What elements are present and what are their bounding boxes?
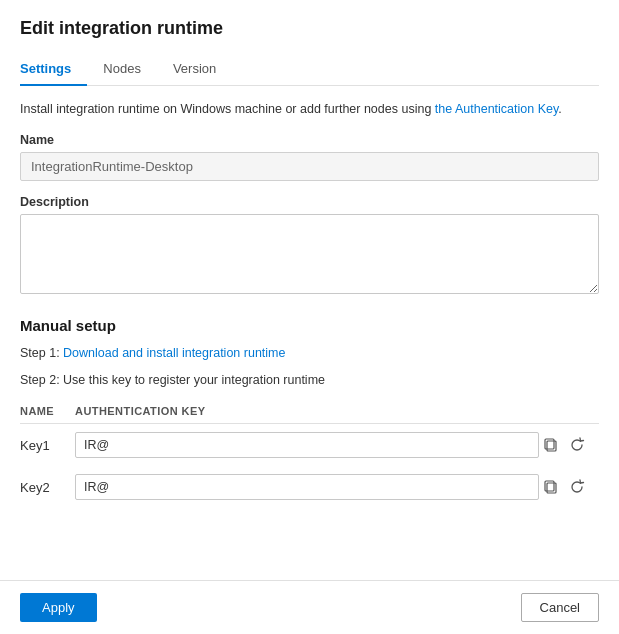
tab-settings[interactable]: Settings bbox=[20, 53, 87, 86]
download-link[interactable]: Download and install integration runtime bbox=[63, 346, 285, 360]
key1-refresh-button[interactable] bbox=[565, 433, 589, 457]
key1-actions bbox=[539, 424, 599, 467]
manual-setup-title: Manual setup bbox=[20, 317, 599, 334]
key1-input[interactable] bbox=[75, 432, 539, 458]
tabs-row: Settings Nodes Version bbox=[20, 53, 599, 86]
keys-table: NAME AUTHENTICATION KEY Key1 bbox=[20, 399, 599, 508]
apply-button[interactable]: Apply bbox=[20, 593, 97, 622]
description-textarea[interactable] bbox=[20, 214, 599, 294]
col-name-header: NAME bbox=[20, 399, 75, 424]
step1-prefix: Step 1: bbox=[20, 346, 63, 360]
tab-version[interactable]: Version bbox=[173, 53, 232, 86]
refresh-icon bbox=[569, 437, 585, 453]
description-label: Description bbox=[20, 195, 599, 209]
step1-text: Step 1: Download and install integration… bbox=[20, 344, 599, 363]
key2-actions bbox=[539, 466, 599, 508]
copy-icon bbox=[543, 437, 559, 453]
name-label: Name bbox=[20, 133, 599, 147]
key1-name: Key1 bbox=[20, 424, 75, 467]
info-text: Install integration runtime on Windows m… bbox=[20, 100, 599, 119]
cancel-button[interactable]: Cancel bbox=[521, 593, 599, 622]
refresh-icon bbox=[569, 479, 585, 495]
key2-refresh-button[interactable] bbox=[565, 475, 589, 499]
key1-copy-button[interactable] bbox=[539, 433, 563, 457]
key2-input[interactable] bbox=[75, 474, 539, 500]
key1-input-cell bbox=[75, 424, 539, 467]
page-title: Edit integration runtime bbox=[20, 18, 599, 39]
col-authkey-header: AUTHENTICATION KEY bbox=[75, 399, 539, 424]
name-input[interactable] bbox=[20, 152, 599, 181]
key2-name: Key2 bbox=[20, 466, 75, 508]
auth-key-link[interactable]: the Authentication Key bbox=[435, 102, 558, 116]
table-row: Key1 bbox=[20, 424, 599, 467]
tab-nodes[interactable]: Nodes bbox=[103, 53, 157, 86]
footer-bar: Apply Cancel bbox=[0, 580, 619, 634]
key2-input-cell bbox=[75, 466, 539, 508]
table-row: Key2 bbox=[20, 466, 599, 508]
key2-copy-button[interactable] bbox=[539, 475, 563, 499]
step2-text: Step 2: Use this key to register your in… bbox=[20, 371, 599, 390]
copy-icon bbox=[543, 479, 559, 495]
